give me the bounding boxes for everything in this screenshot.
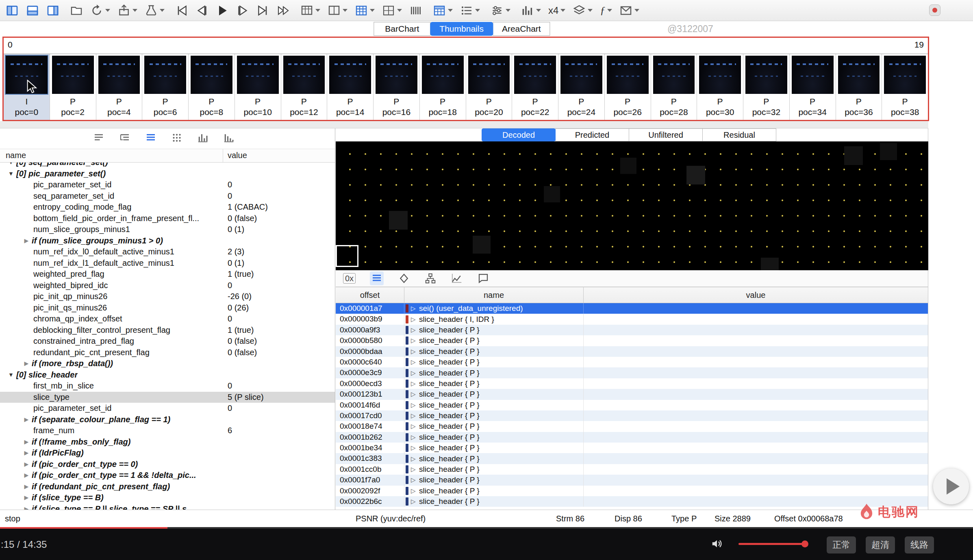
stream-row[interactable]: 0x0000a9f3▷slice_header { P } (336, 325, 928, 335)
sliders-icon[interactable] (491, 4, 510, 17)
window-split-icon[interactable] (328, 4, 348, 17)
table-blue-icon[interactable] (355, 4, 375, 17)
tree-row[interactable]: weighted_pred_flag1 (true) (0, 269, 335, 280)
expand-icon[interactable]: ▶ (21, 436, 32, 448)
film-frame[interactable]: Ppoc=6 (142, 54, 189, 120)
expand-icon[interactable]: ▷ (411, 326, 419, 334)
frame-thumbnail[interactable] (329, 56, 371, 94)
expand-icon[interactable]: ▷ (411, 358, 419, 366)
cells-icon[interactable] (382, 4, 402, 17)
film-frame[interactable]: Ppoc=12 (281, 54, 328, 120)
histogram-icon[interactable] (197, 132, 209, 144)
expand-icon[interactable]: ▶ (21, 447, 32, 459)
frame-thumbnail[interactable] (653, 56, 695, 94)
film-frame[interactable]: Ppoc=20 (466, 54, 513, 120)
expand-icon[interactable]: ▶ (21, 481, 32, 493)
stream-row[interactable]: 0x000003b9▷slice_header { I, IDR } (336, 314, 928, 324)
step-forward-icon[interactable] (236, 4, 249, 17)
film-frame[interactable]: Ppoc=8 (189, 54, 235, 120)
function-icon[interactable]: ƒ (600, 4, 612, 17)
frame-thumbnail[interactable] (237, 56, 279, 94)
expand-icon[interactable]: ▷ (411, 337, 419, 344)
expand-icon[interactable]: ▷ (411, 402, 419, 409)
list-active-icon[interactable] (370, 271, 384, 285)
decoded-frame-view[interactable] (336, 141, 928, 270)
tree-row[interactable]: ▶if (!frame_mbs_only_flag) (0, 436, 335, 448)
open-folder-icon[interactable] (70, 4, 83, 17)
frame-thumbnail[interactable] (422, 56, 464, 94)
hex-0x-icon[interactable]: 0x (343, 273, 356, 284)
frame-thumbnail[interactable] (283, 56, 325, 94)
tree-row[interactable]: pic_parameter_set_id0 (0, 179, 335, 191)
film-frame[interactable]: Ppoc=28 (651, 54, 697, 120)
stream-row[interactable]: 0x0002092f▷slice_header { P } (336, 486, 928, 496)
tree-row[interactable]: weighted_bipred_idc0 (0, 280, 335, 291)
tree-row[interactable]: deblocking_filter_control_present_flag1 … (0, 325, 335, 336)
stream-row[interactable]: 0x00014f6d▷slice_header { P } (336, 400, 928, 410)
frame-thumbnail[interactable] (144, 56, 186, 94)
tree-row[interactable]: ▶if (pic_order_cnt_type == 1 && !delta_p… (0, 470, 335, 481)
name-column-header[interactable]: name (404, 287, 584, 303)
step-back-icon[interactable] (195, 4, 208, 17)
frame-thumbnail[interactable] (838, 56, 880, 94)
expand-icon[interactable]: ▷ (411, 487, 419, 495)
film-frame[interactable]: Ppoc=24 (558, 54, 605, 120)
film-frame[interactable]: Ppoc=34 (790, 54, 836, 120)
grid-dots-icon[interactable] (171, 132, 183, 144)
film-frame[interactable]: Ppoc=14 (327, 54, 374, 120)
chart-line-icon[interactable] (451, 272, 463, 284)
tree-row[interactable]: ▶if (IdrPicFlag) (0, 447, 335, 459)
tree-row[interactable]: frame_num6 (0, 425, 335, 436)
tree-row[interactable]: slice_type5 (P slice) (0, 392, 335, 403)
film-frame[interactable]: Ppoc=38 (882, 54, 928, 120)
tree-row[interactable]: chroma_qp_index_offset0 (0, 313, 335, 325)
stream-row[interactable]: 0x0001cc0b▷slice_header { P } (336, 464, 928, 475)
table-blue-2-icon[interactable] (433, 4, 453, 17)
tree-row[interactable]: num_ref_idx_l1_default_active_minus10 (1… (0, 258, 335, 269)
stream-row[interactable]: 0x0001b262▷slice_header { P } (336, 432, 928, 443)
layout-panel-c-icon[interactable] (46, 4, 59, 17)
expand-icon[interactable]: ▷ (411, 498, 419, 505)
tree-row[interactable]: ▶if (slice_type == P || slice_type == SP… (0, 504, 335, 510)
layers-icon[interactable] (573, 4, 593, 17)
tab-decoded[interactable]: Decoded (482, 128, 556, 141)
frame-thumbnail[interactable] (884, 56, 926, 94)
volume-icon[interactable] (711, 538, 723, 551)
expand-icon[interactable]: ▷ (411, 391, 419, 398)
tree-row[interactable]: redundant_pic_cnt_present_flag0 (false) (0, 347, 335, 358)
play-overlay-button[interactable] (933, 469, 969, 504)
collapse-icon[interactable]: ▼ (6, 163, 16, 168)
frame-thumbnail[interactable] (607, 56, 649, 94)
expand-icon[interactable]: ▷ (411, 434, 419, 441)
quality-button-hd[interactable]: 超清 (866, 536, 895, 553)
stream-row[interactable]: 0x000123b1▷slice_header { P } (336, 389, 928, 399)
tree-row[interactable]: ▶if (redundant_pic_cnt_present_flag) (0, 481, 335, 493)
expand-icon[interactable]: ▶ (21, 492, 32, 504)
expand-icon[interactable]: ▷ (411, 444, 419, 451)
tab-unfiltered[interactable]: Unfiltered (629, 128, 703, 141)
list-icon[interactable] (460, 4, 480, 17)
rows-list-active-icon[interactable] (145, 132, 157, 144)
film-frame[interactable]: Ppoc=30 (697, 54, 743, 120)
expand-icon[interactable]: ▷ (411, 316, 419, 323)
film-frame[interactable]: Ppoc=4 (96, 54, 143, 120)
stream-row[interactable]: 0x0000b580▷slice_header { P } (336, 335, 928, 346)
tree-row[interactable]: entropy_coding_mode_flag1 (CABAC) (0, 202, 335, 213)
expand-icon[interactable]: ▶ (21, 235, 32, 247)
skip-to-end-icon[interactable] (256, 4, 269, 17)
tree-row[interactable]: num_ref_idx_l0_default_active_minus12 (3… (0, 246, 335, 258)
value-column-header[interactable]: value (584, 287, 928, 303)
expand-icon[interactable]: ▷ (411, 369, 419, 377)
volume-slider-handle[interactable] (801, 540, 808, 547)
layout-panel-a-icon[interactable] (6, 4, 19, 17)
tree-row[interactable]: ▶if (pic_order_cnt_type == 0) (0, 459, 335, 470)
quality-button-normal[interactable]: 正常 (827, 536, 856, 553)
expand-icon[interactable]: ▷ (411, 476, 419, 484)
expand-icon[interactable]: ▷ (411, 380, 419, 387)
frame-thumbnail[interactable] (376, 56, 417, 94)
frame-thumbnail[interactable] (191, 56, 232, 94)
expand-icon[interactable]: ▶ (21, 358, 32, 369)
tab-predicted[interactable]: Predicted (555, 128, 629, 141)
video-progress-track[interactable] (0, 527, 973, 529)
selected-macroblock-rect[interactable] (336, 245, 358, 267)
